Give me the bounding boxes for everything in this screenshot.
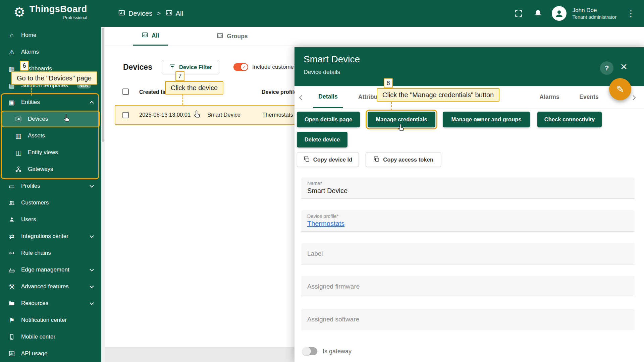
sidebar-item-assets[interactable]: ▥ Assets [0, 127, 101, 144]
top-bar: ⚙ ThingsBoard Professional Devices > All… [0, 0, 644, 27]
device-profile-link[interactable]: Thermostats [307, 220, 629, 228]
tab-attributes[interactable]: Attributes [358, 86, 377, 108]
sidebar-item-label: Advanced features [21, 283, 69, 290]
label-field[interactable]: Label [301, 243, 635, 264]
device-profile-field[interactable]: Device profile* Thermostats [301, 210, 635, 232]
notification-center-icon: ⚑ [7, 316, 16, 324]
assigned-firmware-placeholder: Assigned firmware [307, 283, 360, 290]
check-connectivity-button[interactable]: Check connectivity [537, 112, 602, 127]
tabs-scroll-left-icon[interactable] [299, 95, 305, 101]
sidebar-scrollbar-thumb[interactable] [102, 28, 104, 142]
select-all-checkbox[interactable] [122, 88, 129, 95]
sidebar-item-gateways[interactable]: Gateways [0, 161, 101, 178]
sidebar-item-mobile-center[interactable]: Mobile center [0, 328, 101, 345]
logo-title: ThingsBoard [30, 4, 87, 14]
sidebar-item-alarms[interactable]: ⚠ Alarms [0, 44, 101, 60]
user-avatar[interactable] [552, 6, 567, 21]
sidebar-item-edge-management[interactable]: Edge management [0, 261, 101, 278]
sidebar-item-label: Gateways [28, 166, 53, 173]
logo-text: ThingsBoard Professional [30, 4, 87, 20]
entity-views-icon: ◫ [14, 149, 23, 157]
callout-8-connector [391, 102, 392, 111]
device-profile-field-label: Device profile* [307, 214, 629, 219]
sidebar-item-label: Integrations center [21, 233, 68, 240]
open-details-page-button[interactable]: Open details page [297, 112, 360, 127]
column-created-time[interactable]: Created time [139, 89, 168, 95]
name-field-value: Smart Device [307, 187, 629, 195]
help-button[interactable]: ? [600, 61, 613, 75]
sidebar-item-api-usage[interactable]: API usage [0, 345, 101, 362]
assigned-firmware-field[interactable]: Assigned firmware [301, 276, 635, 297]
fullscreen-icon[interactable] [513, 8, 524, 19]
sidebar-item-resources[interactable]: Resources [0, 295, 101, 312]
tab-groups[interactable]: Groups [208, 27, 256, 46]
tabs-scroll-right-icon[interactable] [631, 95, 636, 101]
sidebar-item-label: Notification center [21, 317, 67, 323]
tab-events[interactable]: Events [577, 86, 601, 108]
notifications-bell-icon[interactable] [532, 8, 544, 19]
copy-access-token-button[interactable]: Copy access token [366, 152, 441, 167]
tab-alarms[interactable]: Alarms [538, 86, 561, 108]
toggle-check-icon: ✓ [241, 64, 248, 70]
name-field[interactable]: Name* Smart Device [301, 177, 635, 199]
copy-access-token-label: Copy access token [383, 157, 433, 163]
sidebar-item-label: Entities [21, 99, 40, 106]
sidebar-item-label: Users [21, 216, 36, 223]
sidebar-item-label: Home [21, 32, 36, 39]
assigned-software-field[interactable]: Assigned software [301, 309, 635, 330]
copy-device-id-button[interactable]: Copy device Id [297, 152, 359, 167]
more-menu-icon[interactable]: ⋮ [627, 8, 635, 19]
close-icon[interactable]: × [621, 60, 627, 73]
entities-icon: ▣ [7, 99, 16, 106]
integrations-icon: ⇄ [7, 233, 16, 240]
drawer-header: Smart Device Device details ? × [294, 47, 644, 86]
breadcrumb-all[interactable]: All [165, 9, 183, 18]
sidebar-item-customers[interactable]: Customers [0, 194, 101, 211]
devices-icon [14, 116, 23, 122]
chevron-down-icon [90, 284, 94, 288]
edit-fab-button[interactable]: ✎ [609, 78, 631, 100]
breadcrumb-devices-label: Devices [128, 10, 152, 17]
tab-all[interactable]: All [133, 27, 168, 46]
sidebar-item-notification-center[interactable]: ⚑ Notification center [0, 312, 101, 328]
mobile-center-icon [7, 334, 16, 340]
sidebar-item-home[interactable]: ⌂ Home [0, 27, 101, 44]
delete-device-button[interactable]: Delete device [297, 132, 347, 147]
drawer-subtitle: Device details [304, 69, 340, 76]
callout-7-text: Click the device [165, 81, 223, 95]
chevron-down-icon [90, 301, 94, 305]
sidebar-item-entities[interactable]: ▣ Entities [0, 94, 101, 111]
tab-groups-label: Groups [227, 33, 248, 40]
callout-6-text: Go to the "Devices" page [11, 71, 97, 85]
sidebar-item-devices[interactable]: Devices [1, 111, 100, 127]
include-customer-toggle[interactable]: ✓ [233, 63, 248, 71]
sidebar-item-advanced-features[interactable]: ⚒ Advanced features [0, 278, 101, 295]
page-footer-strip [105, 347, 294, 362]
groups-icon [217, 32, 223, 41]
manage-owner-groups-button[interactable]: Manage owner and groups [443, 112, 530, 127]
callout-6-connector [31, 85, 32, 96]
tab-all-label: All [152, 32, 159, 39]
device-filter-label: Device Filter [179, 64, 212, 70]
sidebar-item-label: Devices [28, 116, 48, 122]
sidebar-item-users[interactable]: Users [0, 211, 101, 228]
tab-details[interactable]: Details [313, 86, 343, 108]
page-title: Devices [123, 63, 152, 72]
label-field-placeholder: Label [307, 250, 323, 257]
row-checkbox[interactable] [122, 112, 129, 118]
sidebar-item-label: Profiles [21, 183, 40, 189]
manage-credentials-button[interactable]: Manage credentials [368, 112, 435, 127]
user-info: John Doe Tenant administrator [573, 7, 616, 20]
is-gateway-toggle[interactable] [303, 347, 317, 355]
sidebar-item-entity-views[interactable]: ◫ Entity views [0, 144, 101, 161]
device-filter-button[interactable]: Device Filter [162, 60, 219, 74]
devices-icon [118, 9, 125, 18]
sidebar-item-integrations-center[interactable]: ⇄ Integrations center [0, 228, 101, 245]
copy-icon [304, 156, 310, 164]
row-created-time: 2025-06-13 13:00:01 [139, 112, 191, 118]
gateways-icon [14, 166, 23, 173]
breadcrumb-devices[interactable]: Devices [118, 9, 152, 18]
user-name: John Doe [573, 7, 616, 14]
sidebar-item-profiles[interactable]: ▭ Profiles [0, 178, 101, 194]
sidebar-item-rule-chains[interactable]: Rule chains [0, 245, 101, 261]
